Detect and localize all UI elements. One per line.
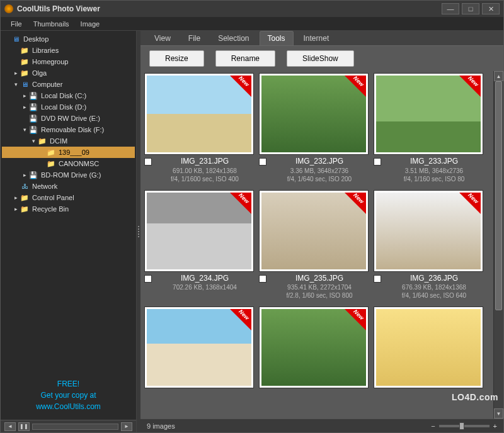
drive-icon: 💾 — [28, 114, 38, 123]
scroll-left-button[interactable]: ◄ — [4, 422, 16, 431]
sidebar-hscroll[interactable] — [32, 424, 118, 430]
tab-tools[interactable]: Tools — [260, 31, 294, 45]
thumbnail-caption — [372, 388, 484, 395]
tree-item-bd-rom-drive-g-[interactable]: ▸💾BD-ROM Drive (G:) — [2, 169, 135, 181]
expand-arrow-icon[interactable]: ▸ — [21, 104, 28, 110]
scroll-up-button[interactable]: ▲ — [494, 71, 503, 81]
scroll-down-button[interactable]: ▼ — [494, 408, 503, 419]
folder-tree[interactable]: 🖥Desktop📁Libraries📁Homegroup▸📁Olga▾🖥Comp… — [1, 31, 136, 371]
tree-item-network[interactable]: 🖧Network — [2, 181, 135, 192]
thumbnail-item[interactable]: IMG_232.JPG3.36 MB, 3648x2736f/4, 1/640 … — [258, 74, 370, 188]
zoom-track[interactable] — [439, 425, 490, 427]
tree-item-label: Recycle Bin — [32, 205, 69, 213]
expand-arrow-icon[interactable]: ▸ — [12, 206, 20, 212]
tree-item-local-disk-d-[interactable]: ▸💾Local Disk (D:) — [2, 101, 135, 113]
thumbnail-caption: IMG_234.JPG702.26 KB, 1368x1404 — [143, 271, 255, 297]
thumbnail-meta: IMG_236.JPG676.39 KB, 1824x1368f/4, 1/64… — [385, 274, 483, 300]
scroll-track[interactable] — [494, 81, 503, 408]
scroll-right-button[interactable]: ► — [121, 422, 132, 431]
tree-item-dcim[interactable]: ▾📁DCIM — [2, 135, 135, 147]
thumbnail-checkbox[interactable] — [374, 158, 381, 166]
rename-button[interactable]: Rename — [215, 50, 275, 67]
tree-item-libraries[interactable]: 📁Libraries — [2, 45, 135, 56]
thumbnail-item[interactable] — [372, 307, 484, 395]
tree-item-removable-disk-f-[interactable]: ▾💾Removable Disk (F:) — [2, 124, 135, 135]
tab-file[interactable]: File — [181, 31, 208, 45]
close-button[interactable]: ✕ — [482, 3, 500, 14]
tree-item-canonmsc[interactable]: 📁CANONMSC — [2, 158, 135, 169]
thumbnail-checkbox[interactable] — [144, 275, 152, 283]
tree-item-label: Olga — [32, 69, 47, 77]
thumbnail-grid[interactable]: IMG_231.JPG691.00 KB, 1824x1368f/4, 1/16… — [140, 71, 493, 419]
tree-item-control-panel[interactable]: ▸📁Control Panel — [2, 192, 135, 203]
drive-icon: 💾 — [28, 171, 38, 179]
thumbnail-image[interactable] — [260, 307, 368, 388]
thumbnail-image[interactable] — [145, 74, 253, 154]
expand-arrow-icon[interactable]: ▸ — [21, 172, 28, 178]
thumbnail-item[interactable]: IMG_231.JPG691.00 KB, 1824x1368f/4, 1/16… — [143, 74, 255, 188]
zoom-minus-icon[interactable]: − — [431, 422, 435, 430]
maximize-button[interactable]: □ — [462, 3, 479, 14]
thumbnail-image[interactable] — [374, 307, 483, 388]
thumbnail-item[interactable]: IMG_234.JPG702.26 KB, 1368x1404 — [143, 191, 255, 305]
expand-arrow-icon[interactable]: ▾ — [21, 127, 28, 133]
tree-item-computer[interactable]: ▾🖥Computer — [2, 79, 135, 90]
tree-item-desktop[interactable]: 🖥Desktop — [2, 33, 135, 45]
thumbnail-item[interactable] — [143, 307, 255, 395]
expand-arrow-icon[interactable]: ▸ — [12, 194, 20, 201]
new-badge-icon — [345, 193, 366, 214]
thumbnail-checkbox[interactable] — [374, 275, 381, 283]
zoom-plus-icon[interactable]: + — [493, 422, 497, 430]
tab-internet[interactable]: Internet — [296, 31, 337, 45]
zoom-slider[interactable]: − + — [431, 422, 497, 430]
thumbnail-size: 691.00 KB, 1824x1368 — [156, 167, 254, 175]
tree-item-label: Control Panel — [32, 194, 74, 201]
thumbnail-image[interactable] — [145, 307, 253, 388]
promo-line2: Get your copy at — [8, 390, 129, 401]
tabbar: ViewFileSelectionToolsInternet — [140, 31, 503, 46]
resize-button[interactable]: Resize — [149, 50, 204, 67]
thumbnail-checkbox[interactable] — [144, 158, 152, 166]
menu-file[interactable]: File — [11, 20, 22, 28]
thumbnail-checkbox[interactable] — [259, 275, 266, 283]
thumbnail-checkbox[interactable] — [259, 158, 266, 166]
tree-item-139-09[interactable]: 📁139___09 — [2, 147, 135, 158]
expand-arrow-icon[interactable]: ▸ — [21, 93, 28, 99]
menu-image[interactable]: Image — [81, 20, 100, 28]
tab-view[interactable]: View — [147, 31, 178, 45]
minimize-button[interactable]: — — [442, 3, 459, 14]
zoom-knob[interactable] — [459, 422, 464, 430]
thumbnail-item[interactable]: IMG_236.JPG676.39 KB, 1824x1368f/4, 1/64… — [372, 191, 484, 305]
thumbnail-image[interactable] — [374, 74, 483, 154]
tree-item-recycle-bin[interactable]: ▸📁Recycle Bin — [2, 203, 135, 215]
slideshow-button[interactable]: SlideShow — [287, 50, 354, 67]
folder-icon: 📁 — [46, 148, 56, 157]
thumbnail-image[interactable] — [260, 191, 368, 271]
expand-arrow-icon[interactable]: ▾ — [12, 81, 20, 87]
tree-item-label: Computer — [32, 81, 62, 88]
thumbnail-filename: IMG_233.JPG — [385, 157, 483, 167]
tab-selection[interactable]: Selection — [210, 31, 256, 45]
tree-item-olga[interactable]: ▸📁Olga — [2, 67, 135, 79]
thumbnail-item[interactable] — [258, 307, 370, 395]
promo-link[interactable]: www.CoolUtils.com — [8, 401, 129, 412]
tree-item-dvd-rw-drive-e-[interactable]: 💾DVD RW Drive (E:) — [2, 113, 135, 124]
expand-arrow-icon[interactable]: ▸ — [12, 70, 20, 76]
thumbnail-size: 3.36 MB, 3648x2736 — [270, 167, 369, 175]
main-panel: ViewFileSelectionToolsInternet Resize Re… — [140, 31, 503, 432]
thumbnail-image[interactable] — [374, 191, 483, 271]
scroll-pause-button[interactable]: ❚❚ — [18, 422, 30, 431]
thumbnail-image[interactable] — [260, 74, 368, 154]
new-badge-icon — [459, 76, 481, 97]
thumbnail-item[interactable]: IMG_235.JPG935.41 KB, 2272x1704f/2.8, 1/… — [258, 191, 370, 305]
tree-item-homegroup[interactable]: 📁Homegroup — [2, 56, 135, 67]
thumbnail-image[interactable] — [145, 191, 253, 271]
menu-thumbnails[interactable]: Thumbnails — [33, 20, 69, 28]
scroll-thumb[interactable] — [495, 81, 502, 310]
thumbnail-caption: IMG_233.JPG3.51 MB, 3648x2736f/4, 1/160 … — [372, 154, 484, 188]
thumbnail-item[interactable]: IMG_233.JPG3.51 MB, 3648x2736f/4, 1/160 … — [372, 74, 484, 188]
titlebar[interactable]: CoolUtils Photo Viewer — □ ✕ — [1, 1, 503, 17]
tree-item-local-disk-c-[interactable]: ▸💾Local Disk (C:) — [2, 90, 135, 101]
vertical-scrollbar[interactable]: ▲ ▼ — [493, 71, 503, 419]
expand-arrow-icon[interactable]: ▾ — [30, 138, 37, 144]
